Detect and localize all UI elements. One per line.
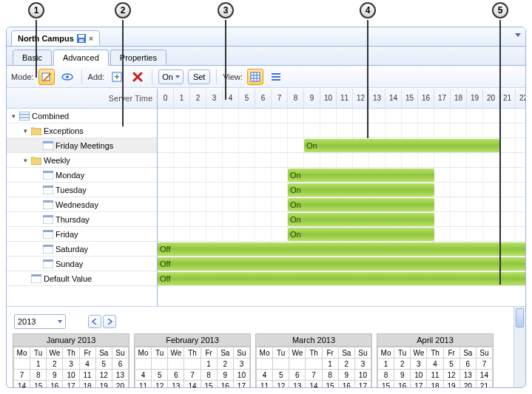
tree-row[interactable]: Monday — [7, 168, 157, 183]
calendar-day[interactable]: 12 — [443, 370, 459, 381]
calendar-day[interactable]: 4 — [257, 370, 273, 381]
schedule-bar[interactable]: Off — [158, 257, 525, 271]
calendar-day[interactable]: 13 — [168, 381, 184, 388]
tree-row[interactable]: Tuesday — [7, 183, 157, 197]
calendar-day[interactable]: 13 — [459, 370, 476, 381]
calendar-day[interactable]: 10 — [63, 370, 79, 381]
calendar-day[interactable]: 17 — [233, 381, 249, 388]
tree-row[interactable]: ▾Combined — [7, 109, 157, 123]
expand-toggle-icon[interactable]: ▾ — [21, 156, 30, 164]
calendar-day[interactable]: 6 — [459, 359, 476, 370]
timeline-row[interactable]: On — [158, 138, 525, 153]
calendar-day[interactable]: 10 — [233, 370, 249, 381]
timeline-row[interactable]: On — [158, 197, 525, 212]
calendar-day[interactable]: 1 — [201, 359, 217, 370]
calendar-day[interactable]: 9 — [394, 370, 411, 381]
calendar-day[interactable]: 18 — [427, 381, 443, 388]
calendar-day[interactable]: 10 — [354, 370, 371, 381]
document-tab[interactable]: North Campus × — [11, 30, 100, 47]
schedule-bar[interactable]: On — [288, 198, 434, 211]
tree-row[interactable]: ▾Exceptions — [7, 123, 157, 138]
schedule-bar[interactable]: On — [288, 169, 434, 182]
calendar-day[interactable]: 13 — [112, 370, 128, 381]
tree-row[interactable]: ▾Weekly — [7, 153, 157, 168]
calendar-day[interactable]: 6 — [168, 370, 184, 381]
tab-properties[interactable]: Properties — [110, 50, 166, 66]
calendar-day[interactable]: 13 — [289, 381, 306, 388]
calendar-day[interactable]: 18 — [79, 381, 95, 388]
view-list-button[interactable] — [268, 69, 284, 85]
tab-advanced[interactable]: Advanced — [53, 50, 109, 66]
tree-row[interactable]: Friday Meetings — [7, 138, 157, 153]
view-grid-button[interactable] — [247, 69, 263, 85]
timeline-row[interactable]: On — [158, 212, 525, 227]
schedule-bar[interactable]: Off — [158, 242, 525, 256]
calendar-day[interactable]: 17 — [354, 381, 371, 388]
calendar-day[interactable]: 1 — [322, 359, 338, 370]
schedule-bar[interactable]: On — [288, 213, 434, 226]
calendar-day[interactable]: 5 — [443, 359, 459, 370]
calendar-day[interactable]: 5 — [273, 370, 289, 381]
calendar-day[interactable]: 3 — [411, 359, 427, 370]
expand-toggle-icon[interactable]: ▾ — [10, 112, 18, 120]
calendar-day[interactable]: 11 — [427, 370, 443, 381]
calendar-day[interactable]: 17 — [63, 381, 79, 388]
calendar-day[interactable]: 15 — [378, 381, 394, 388]
calendar-day[interactable]: 9 — [338, 370, 354, 381]
timeline-row[interactable]: Off — [158, 257, 525, 271]
mode-edit-button[interactable] — [38, 69, 55, 85]
calendar-day[interactable]: 12 — [152, 381, 168, 388]
timeline-row[interactable] — [158, 109, 525, 123]
timeline-row[interactable] — [158, 123, 525, 138]
calendar-day[interactable]: 3 — [233, 359, 249, 370]
calendar-day[interactable]: 12 — [95, 370, 112, 381]
next-button[interactable] — [103, 315, 116, 328]
calendar-day[interactable]: 1 — [30, 359, 47, 370]
calendar-day[interactable]: 7 — [14, 370, 30, 381]
scrollbar[interactable] — [514, 307, 525, 387]
calendar-day[interactable]: 20 — [112, 381, 128, 388]
calendar-day[interactable]: 6 — [112, 359, 128, 370]
calendar-day[interactable]: 2 — [47, 359, 63, 370]
schedule-bar[interactable]: Off — [158, 272, 525, 285]
timeline-row[interactable] — [158, 153, 525, 168]
mode-value-dropdown[interactable]: On — [158, 69, 183, 84]
tree-row[interactable]: Sunday — [7, 257, 157, 271]
calendar-day[interactable]: 3 — [63, 359, 79, 370]
tab-overflow-icon[interactable] — [515, 33, 521, 37]
timeline-row[interactable]: On — [158, 227, 525, 242]
tree-row[interactable]: Friday — [7, 227, 157, 242]
schedule-bar[interactable]: On — [288, 183, 434, 197]
calendar-day[interactable]: 8 — [201, 370, 217, 381]
calendar-day[interactable]: 14 — [14, 381, 30, 388]
calendar-day[interactable]: 3 — [354, 359, 371, 370]
schedule-bar[interactable]: On — [304, 139, 499, 152]
set-button[interactable]: Set — [188, 69, 211, 84]
timeline-row[interactable]: On — [158, 168, 525, 183]
calendar-day[interactable]: 21 — [476, 381, 492, 388]
calendar-day[interactable]: 14 — [306, 381, 322, 388]
tab-basic[interactable]: Basic — [13, 50, 52, 66]
calendar-day[interactable]: 8 — [30, 370, 47, 381]
calendar-day[interactable]: 17 — [411, 381, 427, 388]
tree-row[interactable]: Thursday — [7, 212, 157, 227]
expand-toggle-icon[interactable]: ▾ — [21, 126, 30, 135]
calendar-day[interactable]: 1 — [378, 359, 394, 370]
prev-button[interactable] — [88, 315, 101, 328]
tree-row[interactable]: Default Value — [7, 271, 157, 286]
calendar-day[interactable]: 9 — [47, 370, 63, 381]
calendar-day[interactable]: 15 — [30, 381, 47, 388]
mode-preview-button[interactable] — [59, 69, 75, 85]
calendar-day[interactable]: 8 — [378, 370, 394, 381]
calendar-day[interactable]: 9 — [217, 370, 233, 381]
calendar-day[interactable]: 5 — [95, 359, 112, 370]
calendar-day[interactable]: 6 — [289, 370, 306, 381]
year-dropdown[interactable]: 2013 — [14, 314, 66, 329]
schedule-bar[interactable]: On — [288, 228, 434, 241]
calendar-day[interactable]: 7 — [184, 370, 201, 381]
calendar-day[interactable]: 4 — [427, 359, 443, 370]
tree-row[interactable]: Saturday — [7, 242, 157, 257]
timeline-row[interactable]: On — [158, 183, 525, 197]
calendar-day[interactable]: 16 — [217, 381, 233, 388]
calendar-day[interactable]: 19 — [95, 381, 112, 388]
